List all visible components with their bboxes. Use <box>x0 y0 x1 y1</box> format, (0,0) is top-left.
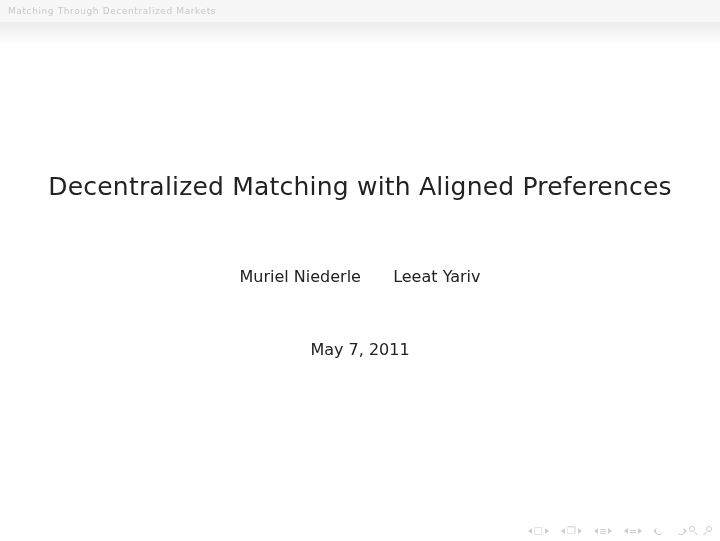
beamer-nav-bar: □ ❐ <box>528 526 712 536</box>
triangle-right-icon <box>608 528 612 534</box>
authors-line: Muriel Niederle Leeat Yariv <box>0 267 720 286</box>
header-shadow <box>0 22 720 44</box>
search-next-icon <box>702 526 712 536</box>
author-2: Leeat Yariv <box>393 267 480 286</box>
date-block: May 7, 2011 <box>0 340 720 359</box>
slide-alt-icon <box>630 530 636 533</box>
title-block: Decentralized Matching with Aligned Pref… <box>0 172 720 201</box>
section-icon: ❐ <box>567 526 576 536</box>
back-icon <box>654 526 664 536</box>
slide-icon <box>600 529 606 534</box>
nav-section-group[interactable]: ❐ <box>561 526 582 536</box>
slide-date: May 7, 2011 <box>0 340 720 359</box>
triangle-left-icon <box>528 528 532 534</box>
author-1: Muriel Niederle <box>239 267 360 286</box>
triangle-right-icon <box>578 528 582 534</box>
slide-title: Decentralized Matching with Aligned Pref… <box>0 172 720 201</box>
beamer-header: Matching Through Decentralized Markets <box>0 0 720 22</box>
frame-icon: □ <box>534 526 543 536</box>
undo-icon <box>676 526 686 536</box>
nav-search-group[interactable] <box>676 526 712 536</box>
nav-back-forward-group[interactable] <box>654 526 664 536</box>
triangle-right-icon <box>638 528 642 534</box>
triangle-left-icon <box>624 528 628 534</box>
triangle-right-icon <box>545 528 549 534</box>
nav-subsection-group[interactable] <box>594 528 612 534</box>
nav-frame-group[interactable]: □ <box>528 526 549 536</box>
authors-block: Muriel Niederle Leeat Yariv <box>0 267 720 286</box>
header-section-title: Matching Through Decentralized Markets <box>8 6 216 16</box>
triangle-left-icon <box>561 528 565 534</box>
triangle-left-icon <box>594 528 598 534</box>
nav-appendix-group[interactable] <box>624 528 642 534</box>
search-icon <box>689 526 699 536</box>
